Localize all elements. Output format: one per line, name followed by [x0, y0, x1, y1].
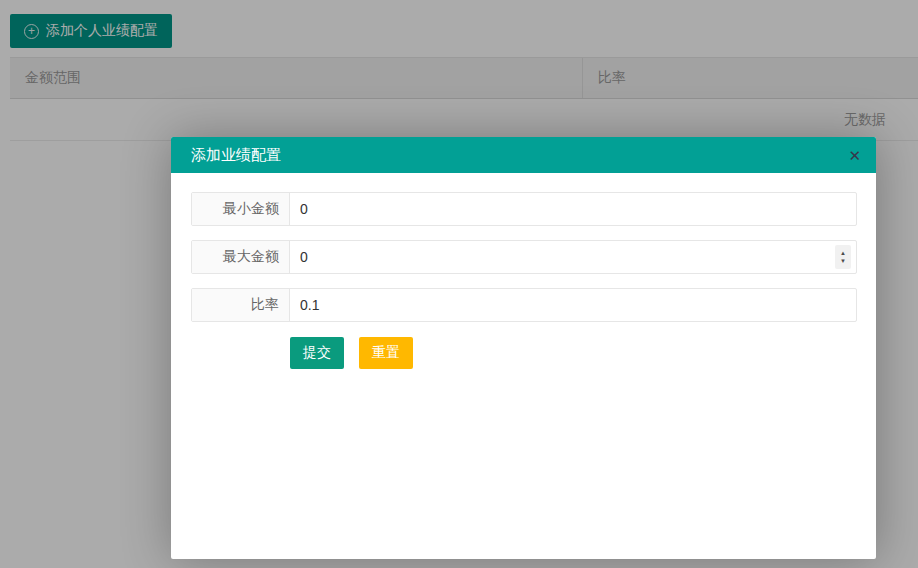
ratio-field-row: 比率	[191, 288, 857, 322]
min-amount-label: 最小金额	[192, 193, 290, 225]
ratio-input[interactable]	[290, 289, 856, 321]
spinner-up-icon[interactable]: ▲	[840, 250, 846, 256]
submit-button[interactable]: 提交	[290, 337, 344, 369]
spinner-down-icon[interactable]: ▼	[840, 258, 846, 264]
number-spinner[interactable]: ▲ ▼	[835, 245, 851, 269]
min-amount-field-row: 最小金额	[191, 192, 857, 226]
modal-header: 添加业绩配置 ✕	[171, 137, 876, 173]
ratio-label: 比率	[192, 289, 290, 321]
modal-title: 添加业绩配置	[191, 146, 281, 165]
min-amount-input-wrap	[290, 193, 856, 225]
max-amount-label: 最大金额	[192, 241, 290, 273]
add-config-modal: 添加业绩配置 ✕ 最小金额 最大金额 ▲ ▼ 比率	[171, 137, 876, 559]
max-amount-field-row: 最大金额 ▲ ▼	[191, 240, 857, 274]
modal-body: 最小金额 最大金额 ▲ ▼ 比率 提交 重置	[171, 173, 876, 369]
min-amount-input[interactable]	[290, 193, 856, 225]
reset-button[interactable]: 重置	[359, 337, 413, 369]
max-amount-input-wrap: ▲ ▼	[290, 241, 856, 273]
modal-close-button[interactable]: ✕	[846, 146, 863, 165]
close-icon: ✕	[848, 147, 861, 164]
max-amount-input[interactable]	[290, 241, 856, 273]
modal-button-row: 提交 重置	[290, 337, 857, 369]
ratio-input-wrap	[290, 289, 856, 321]
